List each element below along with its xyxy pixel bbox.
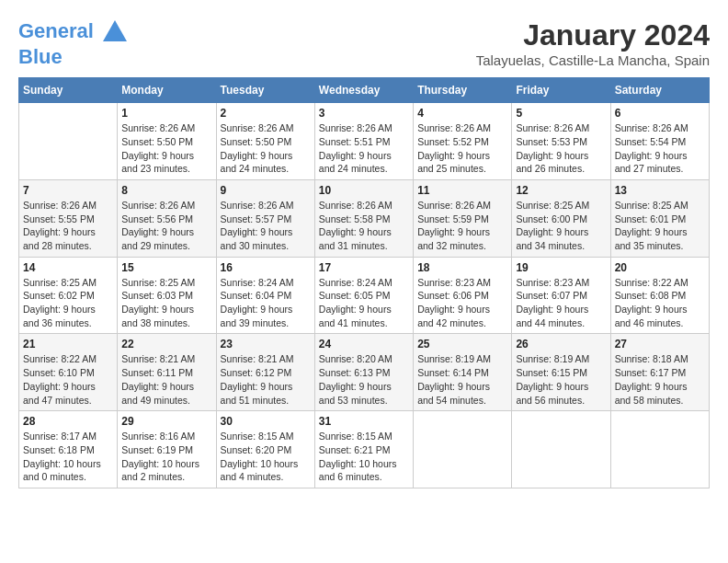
logo: General Blue — [18, 18, 129, 68]
day-number: 3 — [319, 107, 409, 120]
day-info: Sunrise: 8:26 AMSunset: 5:51 PMDaylight:… — [319, 121, 409, 176]
day-number: 23 — [221, 338, 311, 350]
day-info: Sunrise: 8:25 AMSunset: 6:00 PMDaylight:… — [516, 199, 606, 253]
calendar-cell: 30Sunrise: 8:15 AMSunset: 6:20 PMDayligh… — [216, 411, 314, 488]
day-info: Sunrise: 8:21 AMSunset: 6:11 PMDaylight:… — [121, 352, 211, 407]
day-number: 19 — [516, 261, 606, 274]
day-info: Sunrise: 8:26 AMSunset: 5:55 PMDaylight:… — [23, 199, 113, 253]
day-number: 2 — [221, 107, 311, 120]
page-subtitle: Talayuelas, Castille-La Mancha, Spain — [476, 52, 710, 68]
day-number: 9 — [221, 184, 311, 197]
calendar-header-thursday: Thursday — [414, 78, 512, 103]
calendar-cell: 28Sunrise: 8:17 AMSunset: 6:18 PMDayligh… — [19, 411, 118, 488]
day-number: 10 — [319, 184, 409, 197]
day-number: 15 — [121, 261, 211, 274]
calendar-cell: 14Sunrise: 8:25 AMSunset: 6:02 PMDayligh… — [19, 257, 118, 334]
day-number: 22 — [121, 338, 211, 350]
day-info: Sunrise: 8:25 AMSunset: 6:02 PMDaylight:… — [23, 276, 113, 330]
calendar-cell: 26Sunrise: 8:19 AMSunset: 6:15 PMDayligh… — [512, 334, 610, 411]
calendar-cell: 1Sunrise: 8:26 AMSunset: 5:50 PMDaylight… — [118, 103, 216, 180]
calendar-cell — [414, 411, 512, 488]
day-number: 28 — [23, 415, 113, 428]
calendar-cell: 3Sunrise: 8:26 AMSunset: 5:51 PMDaylight… — [314, 103, 413, 180]
calendar-cell — [512, 411, 610, 488]
day-number: 20 — [615, 261, 705, 274]
calendar-cell — [610, 411, 709, 488]
day-info: Sunrise: 8:15 AMSunset: 6:21 PMDaylight:… — [319, 430, 409, 484]
day-info: Sunrise: 8:26 AMSunset: 5:59 PMDaylight:… — [417, 199, 507, 253]
day-number: 4 — [417, 107, 507, 120]
day-number: 16 — [221, 261, 311, 274]
day-info: Sunrise: 8:17 AMSunset: 6:18 PMDaylight:… — [23, 430, 113, 484]
day-number: 27 — [615, 338, 705, 350]
day-info: Sunrise: 8:25 AMSunset: 6:01 PMDaylight:… — [615, 199, 705, 253]
day-number: 30 — [221, 415, 311, 428]
day-number: 31 — [319, 415, 409, 428]
calendar-cell: 8Sunrise: 8:26 AMSunset: 5:56 PMDaylight… — [118, 179, 216, 257]
calendar-cell: 7Sunrise: 8:26 AMSunset: 5:55 PMDaylight… — [19, 179, 118, 257]
day-number: 29 — [121, 415, 211, 428]
calendar-header-row: SundayMondayTuesdayWednesdayThursdayFrid… — [19, 78, 710, 103]
day-info: Sunrise: 8:26 AMSunset: 5:57 PMDaylight:… — [221, 199, 311, 253]
calendar-cell: 19Sunrise: 8:23 AMSunset: 6:07 PMDayligh… — [512, 257, 610, 334]
svg-marker-0 — [103, 20, 127, 41]
calendar-cell: 24Sunrise: 8:20 AMSunset: 6:13 PMDayligh… — [314, 334, 413, 411]
day-number: 8 — [121, 184, 211, 197]
calendar-header-saturday: Saturday — [610, 78, 709, 103]
day-info: Sunrise: 8:26 AMSunset: 5:58 PMDaylight:… — [319, 199, 409, 253]
logo-text-blue: Blue — [18, 46, 129, 68]
calendar-cell: 17Sunrise: 8:24 AMSunset: 6:05 PMDayligh… — [314, 257, 413, 334]
calendar-cell: 22Sunrise: 8:21 AMSunset: 6:11 PMDayligh… — [118, 334, 216, 411]
calendar-cell: 11Sunrise: 8:26 AMSunset: 5:59 PMDayligh… — [414, 179, 512, 257]
day-info: Sunrise: 8:22 AMSunset: 6:08 PMDaylight:… — [615, 276, 705, 330]
day-number: 6 — [615, 107, 705, 120]
calendar-cell: 4Sunrise: 8:26 AMSunset: 5:52 PMDaylight… — [414, 103, 512, 180]
day-number: 1 — [121, 107, 211, 120]
day-number: 21 — [23, 338, 113, 350]
calendar-cell: 29Sunrise: 8:16 AMSunset: 6:19 PMDayligh… — [118, 411, 216, 488]
day-info: Sunrise: 8:22 AMSunset: 6:10 PMDaylight:… — [23, 352, 113, 407]
calendar-cell: 10Sunrise: 8:26 AMSunset: 5:58 PMDayligh… — [314, 179, 413, 257]
day-info: Sunrise: 8:26 AMSunset: 5:53 PMDaylight:… — [516, 121, 606, 176]
page-title: January 2024 — [476, 18, 710, 52]
day-info: Sunrise: 8:24 AMSunset: 6:05 PMDaylight:… — [319, 276, 409, 330]
day-info: Sunrise: 8:23 AMSunset: 6:06 PMDaylight:… — [417, 276, 507, 330]
day-info: Sunrise: 8:23 AMSunset: 6:07 PMDaylight:… — [516, 276, 606, 330]
calendar-week-3: 14Sunrise: 8:25 AMSunset: 6:02 PMDayligh… — [19, 257, 710, 334]
calendar-cell: 13Sunrise: 8:25 AMSunset: 6:01 PMDayligh… — [610, 179, 709, 257]
calendar-cell: 23Sunrise: 8:21 AMSunset: 6:12 PMDayligh… — [216, 334, 314, 411]
calendar-cell: 9Sunrise: 8:26 AMSunset: 5:57 PMDaylight… — [216, 179, 314, 257]
calendar-cell: 2Sunrise: 8:26 AMSunset: 5:50 PMDaylight… — [216, 103, 314, 180]
day-info: Sunrise: 8:16 AMSunset: 6:19 PMDaylight:… — [121, 430, 211, 484]
day-info: Sunrise: 8:26 AMSunset: 5:54 PMDaylight:… — [615, 121, 705, 176]
day-number: 14 — [23, 261, 113, 274]
day-info: Sunrise: 8:26 AMSunset: 5:50 PMDaylight:… — [121, 121, 211, 176]
day-number: 17 — [319, 261, 409, 274]
calendar-header-friday: Friday — [512, 78, 610, 103]
day-info: Sunrise: 8:18 AMSunset: 6:17 PMDaylight:… — [615, 352, 705, 407]
calendar-cell: 27Sunrise: 8:18 AMSunset: 6:17 PMDayligh… — [610, 334, 709, 411]
title-block: January 2024 Talayuelas, Castille-La Man… — [476, 18, 710, 68]
day-info: Sunrise: 8:26 AMSunset: 5:56 PMDaylight:… — [121, 199, 211, 253]
day-info: Sunrise: 8:20 AMSunset: 6:13 PMDaylight:… — [319, 352, 409, 407]
day-info: Sunrise: 8:24 AMSunset: 6:04 PMDaylight:… — [221, 276, 311, 330]
day-number: 12 — [516, 184, 606, 197]
day-number: 13 — [615, 184, 705, 197]
calendar-week-5: 28Sunrise: 8:17 AMSunset: 6:18 PMDayligh… — [19, 411, 710, 488]
day-number: 25 — [417, 338, 507, 350]
calendar-cell: 18Sunrise: 8:23 AMSunset: 6:06 PMDayligh… — [414, 257, 512, 334]
day-number: 18 — [417, 261, 507, 274]
calendar-cell: 15Sunrise: 8:25 AMSunset: 6:03 PMDayligh… — [118, 257, 216, 334]
calendar-cell: 21Sunrise: 8:22 AMSunset: 6:10 PMDayligh… — [19, 334, 118, 411]
calendar-cell — [19, 103, 118, 180]
calendar-week-2: 7Sunrise: 8:26 AMSunset: 5:55 PMDaylight… — [19, 179, 710, 257]
day-info: Sunrise: 8:26 AMSunset: 5:52 PMDaylight:… — [417, 121, 507, 176]
day-number: 5 — [516, 107, 606, 120]
logo-text: General — [18, 18, 129, 46]
calendar-week-1: 1Sunrise: 8:26 AMSunset: 5:50 PMDaylight… — [19, 103, 710, 180]
day-info: Sunrise: 8:25 AMSunset: 6:03 PMDaylight:… — [121, 276, 211, 330]
day-info: Sunrise: 8:19 AMSunset: 6:14 PMDaylight:… — [417, 352, 507, 407]
calendar-week-4: 21Sunrise: 8:22 AMSunset: 6:10 PMDayligh… — [19, 334, 710, 411]
calendar-cell: 16Sunrise: 8:24 AMSunset: 6:04 PMDayligh… — [216, 257, 314, 334]
day-number: 7 — [23, 184, 113, 197]
